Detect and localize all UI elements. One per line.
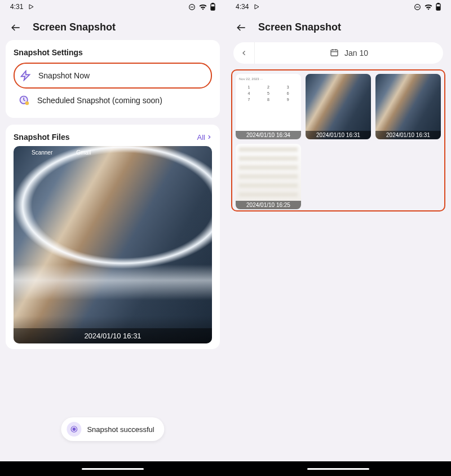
thumb-timestamp: 2024/01/10 16:31 bbox=[306, 131, 371, 139]
snapshot-thumb[interactable]: 2024/01/10 16:31 bbox=[306, 74, 371, 139]
lightning-icon bbox=[19, 69, 32, 82]
status-bar: 4:31 bbox=[0, 0, 226, 14]
scheduled-label: Scheduled Snapshot (coming soon) bbox=[37, 96, 162, 105]
svg-rect-4 bbox=[212, 3, 214, 3]
nav-handle[interactable] bbox=[307, 468, 369, 470]
phone-right: 4:34 Screen Snapshot Jan 10 bbox=[226, 0, 451, 476]
snapshot-thumb[interactable]: 2024/01/10 16:25 bbox=[236, 144, 301, 209]
svg-rect-16 bbox=[437, 3, 439, 3]
settings-card: Snapshot Settings Snapshot Now Scheduled… bbox=[6, 40, 220, 118]
date-label: Jan 10 bbox=[344, 49, 368, 58]
thumb-timestamp: 2024/01/10 16:31 bbox=[375, 131, 441, 139]
battery-icon bbox=[436, 3, 441, 11]
play-store-icon bbox=[28, 3, 34, 10]
settings-heading: Snapshot Settings bbox=[14, 48, 212, 57]
svg-rect-5 bbox=[211, 7, 214, 10]
svg-rect-17 bbox=[437, 7, 440, 10]
header: Screen Snapshot bbox=[0, 14, 226, 40]
thumb-timestamp: 2024/01/10 16:25 bbox=[236, 201, 301, 209]
svg-marker-7 bbox=[21, 71, 30, 81]
dnd-icon bbox=[414, 3, 421, 11]
status-time: 4:34 bbox=[236, 3, 249, 11]
page-title: Screen Snapshot bbox=[258, 21, 341, 33]
toast-text: Snapshot successful bbox=[87, 425, 154, 434]
toast-icon bbox=[67, 422, 81, 437]
header: Screen Snapshot bbox=[226, 14, 451, 40]
status-bar: 4:34 bbox=[226, 0, 451, 14]
nav-handle[interactable] bbox=[82, 468, 144, 470]
wifi-icon bbox=[199, 3, 207, 10]
clock-icon bbox=[18, 94, 30, 107]
date-prev-button[interactable] bbox=[233, 42, 255, 64]
status-time: 4:31 bbox=[10, 3, 23, 11]
svg-marker-12 bbox=[255, 5, 259, 9]
thumb-timestamp: 2024/01/10 16:34 bbox=[236, 131, 301, 139]
calendar-icon bbox=[330, 48, 339, 59]
toast: Snapshot successful bbox=[61, 417, 164, 441]
snapshot-thumb[interactable]: Nov 22, 2023 ··· 123 456 789 2024/01/10 … bbox=[236, 74, 301, 139]
back-button[interactable] bbox=[236, 22, 247, 33]
svg-rect-19 bbox=[331, 50, 338, 56]
date-navigator: Jan 10 bbox=[233, 42, 443, 64]
preview-app-label: Scanner bbox=[32, 149, 52, 156]
nav-bar bbox=[226, 461, 451, 476]
snapshot-now-button[interactable]: Snapshot Now bbox=[14, 63, 212, 89]
back-button[interactable] bbox=[10, 22, 21, 33]
snapshot-now-label: Snapshot Now bbox=[38, 71, 90, 80]
svg-point-11 bbox=[73, 428, 76, 431]
date-picker[interactable]: Jan 10 bbox=[255, 48, 443, 59]
nav-bar bbox=[0, 461, 226, 476]
battery-icon bbox=[210, 3, 215, 11]
scheduled-snapshot-row: Scheduled Snapshot (coming soon) bbox=[14, 89, 212, 112]
snapshot-thumb[interactable]: 2024/01/10 16:31 bbox=[375, 74, 441, 139]
files-heading: Snapshot Files bbox=[14, 133, 70, 142]
page-title: Screen Snapshot bbox=[33, 21, 116, 33]
svg-point-9 bbox=[25, 102, 29, 105]
dnd-icon bbox=[188, 3, 196, 11]
preview-app-label: Gmail bbox=[76, 149, 91, 156]
svg-marker-0 bbox=[29, 5, 33, 9]
all-files-link[interactable]: All bbox=[197, 133, 212, 142]
files-card: Snapshot Files All Scanner Gmail 2024/01… bbox=[6, 125, 220, 349]
phone-left: 4:31 Screen Snapshot Snapshot Settings S… bbox=[0, 0, 226, 476]
play-store-icon bbox=[253, 3, 260, 10]
preview-timestamp: 2024/01/10 16:31 bbox=[14, 328, 212, 343]
snapshot-gallery: Nov 22, 2023 ··· 123 456 789 2024/01/10 … bbox=[231, 69, 445, 211]
snapshot-preview[interactable]: Scanner Gmail 2024/01/10 16:31 bbox=[14, 146, 212, 343]
wifi-icon bbox=[425, 3, 432, 10]
